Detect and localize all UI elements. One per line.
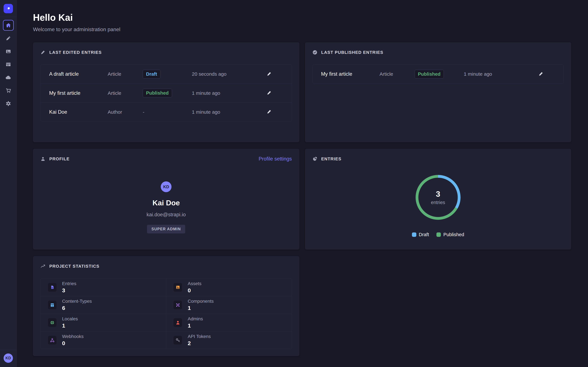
panel-profile: PROFILE Profile settings KD Kai Doe kai.…	[33, 149, 299, 250]
stat-label: Content-Types	[62, 299, 92, 304]
stat-value: 1	[188, 305, 214, 311]
table-row[interactable]: My first article Article Published 1 min…	[41, 83, 292, 102]
panel-last-published-entries: LAST PUBLISHED ENTRIES My first article …	[305, 42, 571, 142]
user-icon	[41, 156, 45, 161]
layout-icon	[50, 303, 55, 308]
page-header: Hello Kai Welcome to your administration…	[33, 12, 571, 33]
globe-icon	[50, 320, 55, 325]
stat-label: Components	[188, 299, 214, 304]
table-row[interactable]: A draft article Article Draft 20 seconds…	[41, 65, 292, 83]
panel-title: ENTRIES	[321, 156, 342, 161]
pencil-icon	[538, 71, 543, 76]
sidebar-divider	[0, 17, 17, 17]
panel-profile-header: PROFILE Profile settings	[41, 156, 292, 162]
entry-time: 1 minute ago	[192, 109, 255, 115]
dashboard-grid: LAST EDITED ENTRIES A draft article Arti…	[33, 42, 571, 356]
entries-donut-chart: 3 entries	[414, 174, 462, 221]
table-row[interactable]: My first article Article Published 1 min…	[313, 65, 564, 83]
page-title: Hello Kai	[33, 12, 571, 23]
stat-value: 3	[62, 287, 76, 294]
legend-label: Published	[443, 232, 464, 237]
panel-title: LAST EDITED ENTRIES	[49, 50, 102, 55]
stat-locales: Locales 1	[41, 314, 166, 331]
pencil-icon	[267, 109, 272, 114]
legend-label: Draft	[419, 232, 429, 237]
panel-stats-header: PROJECT STATISTICS	[41, 263, 292, 269]
profile-body: KD Kai Doe kai.doe@strapi.io SUPER ADMIN	[41, 181, 292, 234]
cloud-icon	[5, 74, 11, 81]
profile-settings-link[interactable]: Profile settings	[259, 156, 292, 162]
entry-type: Article	[108, 71, 143, 77]
panel-entries-header: ENTRIES	[312, 156, 564, 162]
entry-time: 1 minute ago	[464, 71, 527, 77]
stat-value: 2	[188, 340, 211, 346]
panel-entries-chart: ENTRIES 3 entries Draft	[305, 149, 571, 250]
stat-icon-tile	[48, 318, 57, 327]
pencil-icon	[267, 71, 272, 76]
sidebar-item-deploy[interactable]	[3, 72, 14, 83]
pie-chart-icon	[312, 156, 317, 161]
stat-label: Entries	[62, 281, 76, 286]
table-row[interactable]: Kai Doe Author - 1 minute ago	[41, 102, 292, 121]
sidebar-item-settings[interactable]	[3, 98, 14, 109]
edit-entry-button[interactable]	[266, 70, 273, 78]
pen-icon	[6, 35, 11, 41]
edit-entry-button[interactable]	[537, 70, 545, 78]
entries-donut-area: 3 entries Draft Published	[312, 174, 564, 237]
stat-entries: Entries 3	[41, 278, 166, 296]
sidebar-item-content-type-builder[interactable]	[3, 59, 14, 70]
pencil-icon	[41, 50, 45, 55]
stat-assets: Assets 0	[166, 278, 292, 296]
pencil-icon	[267, 90, 272, 95]
cart-icon	[5, 88, 11, 93]
panel-project-statistics: PROJECT STATISTICS Entries 3	[33, 256, 299, 356]
legend-item-published: Published	[436, 232, 464, 237]
puzzle-nodes-icon	[175, 303, 180, 308]
status-badge: Published	[143, 89, 172, 97]
sidebar-item-media-library[interactable]	[3, 46, 14, 57]
user-avatar[interactable]: KD	[4, 353, 13, 363]
sidebar: KD	[0, 0, 17, 367]
sidebar-item-content-manager[interactable]	[3, 33, 14, 44]
stat-content-types: Content-Types 6	[41, 296, 166, 314]
gear-icon	[5, 101, 11, 107]
stat-label: Webhooks	[62, 334, 84, 339]
file-icon	[50, 285, 55, 290]
last-published-table: My first article Article Published 1 min…	[312, 64, 564, 84]
stat-value: 1	[62, 323, 78, 329]
entry-name: My first article	[49, 90, 108, 96]
stat-value: 1	[188, 323, 203, 329]
main-content: Hello Kai Welcome to your administration…	[17, 0, 588, 367]
stat-label: API Tokens	[188, 334, 211, 339]
stat-icon-tile	[173, 300, 182, 309]
strapi-logo[interactable]	[4, 4, 13, 13]
published-swatch	[436, 233, 441, 237]
chart-legend: Draft Published	[412, 232, 464, 237]
panel-title: LAST PUBLISHED ENTRIES	[321, 50, 383, 55]
home-icon	[6, 23, 11, 28]
entries-unit: entries	[431, 200, 445, 205]
layout-icon	[5, 61, 11, 67]
entry-name: Kai Doe	[49, 109, 108, 115]
entry-type: Article	[380, 71, 415, 77]
edit-entry-button[interactable]	[266, 89, 273, 97]
entry-type: Article	[108, 90, 143, 96]
stat-icon-tile	[173, 318, 182, 327]
last-edited-table: A draft article Article Draft 20 seconds…	[41, 64, 292, 122]
draft-swatch	[412, 233, 416, 237]
stat-icon-tile	[173, 283, 182, 292]
entry-name: A draft article	[49, 71, 108, 77]
profile-name: Kai Doe	[152, 199, 180, 207]
sidebar-item-home[interactable]	[3, 20, 14, 31]
stat-icon-tile	[173, 336, 182, 344]
panel-last-edited-header: LAST EDITED ENTRIES	[41, 49, 292, 56]
sidebar-item-marketplace[interactable]	[3, 85, 14, 96]
role-badge: SUPER ADMIN	[147, 225, 185, 234]
check-circle-icon	[312, 50, 317, 55]
key-icon	[175, 338, 180, 343]
donut-center-label: 3 entries	[414, 174, 462, 221]
trending-up-icon	[41, 264, 45, 269]
edit-entry-button[interactable]	[266, 108, 273, 116]
stat-label: Locales	[62, 316, 78, 322]
stat-label: Assets	[188, 281, 201, 286]
